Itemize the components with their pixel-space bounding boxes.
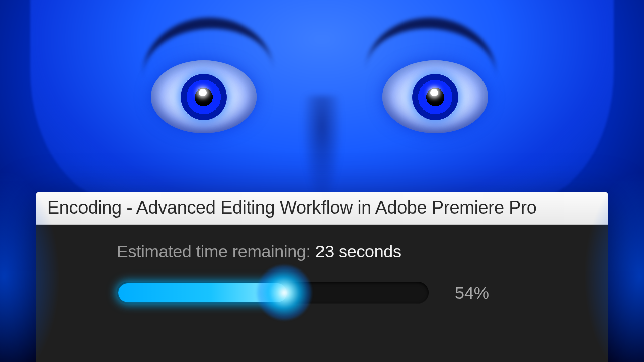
encoding-dialog: Encoding - Advanced Editing Workflow in … bbox=[36, 192, 608, 362]
progress-fill bbox=[118, 283, 287, 302]
iris-left bbox=[181, 74, 227, 120]
eye-left bbox=[151, 60, 257, 133]
dialog-body: Estimated time remaining: 23 seconds 54% bbox=[36, 225, 608, 362]
eta-value: 23 seconds bbox=[315, 242, 401, 261]
nose-shadow bbox=[302, 96, 342, 201]
dialog-title: Encoding - Advanced Editing Workflow in … bbox=[36, 192, 608, 225]
progress-percent-label: 54% bbox=[455, 283, 489, 303]
progress-row: 54% bbox=[117, 282, 588, 304]
iris-right bbox=[412, 74, 458, 120]
thumbnail-stage: Encoding - Advanced Editing Workflow in … bbox=[0, 0, 644, 362]
eta-label: Estimated time remaining: bbox=[117, 242, 315, 261]
eye-right bbox=[382, 60, 488, 133]
progress-bar bbox=[117, 282, 429, 304]
eta-row: Estimated time remaining: 23 seconds bbox=[117, 242, 588, 261]
